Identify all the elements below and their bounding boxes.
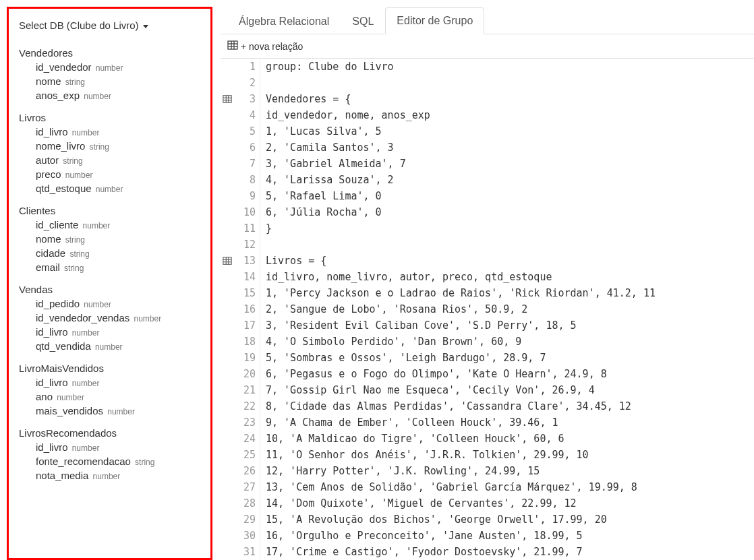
line-number: 27	[234, 479, 256, 495]
column-row[interactable]: cidade string	[9, 246, 210, 260]
code-line[interactable]: 11, 'O Senhor dos Anéis', 'J.R.R. Tolkie…	[266, 447, 754, 463]
line-number: 25	[234, 447, 256, 463]
column-name: preco	[36, 168, 64, 180]
db-selector[interactable]: Select DB (Clube do Livro)	[9, 14, 210, 38]
line-number: 9	[234, 188, 256, 204]
code-line[interactable]: 4, 'O Simbolo Perdido', 'Dan Brown', 60,…	[266, 334, 754, 350]
column-type: number	[57, 393, 84, 402]
code-line[interactable]: 9, 'A Chama de Ember', 'Colleen Houck', …	[266, 414, 754, 431]
column-name: nome	[36, 75, 64, 87]
code-line[interactable]: 3, 'Gabriel Almeida', 7	[266, 156, 754, 172]
table-name[interactable]: Vendedores	[9, 44, 210, 60]
code-line[interactable]: Livros = {	[266, 253, 754, 269]
column-row[interactable]: nome_livro string	[9, 139, 210, 153]
code-line[interactable]: }	[266, 220, 754, 237]
code-line[interactable]: Vendedores = {	[266, 91, 754, 107]
code-line[interactable]: 15, 'A Revolução dos Bichos', 'George Or…	[266, 511, 754, 528]
code-editor[interactable]: 1234567891011121314151617181920212223242…	[221, 59, 754, 560]
code-line[interactable]: 14, 'Dom Quixote', 'Miguel de Cervantes'…	[266, 495, 754, 511]
code-line[interactable]: 6, 'Pegasus e o Fogo do Olimpo', 'Kate O…	[266, 366, 754, 382]
column-row[interactable]: qtd_estoque number	[9, 181, 210, 195]
column-row[interactable]: id_vendedor number	[9, 60, 210, 74]
line-number: 19	[234, 350, 256, 366]
gutter-icon-slot	[221, 59, 234, 75]
code-line[interactable]: 3, 'Resident Evil Caliban Cove', 'S.D Pe…	[266, 317, 754, 334]
table-name[interactable]: LivroMaisVendidos	[9, 360, 210, 375]
table-icon[interactable]	[221, 253, 234, 269]
column-row[interactable]: nome string	[9, 74, 210, 88]
code-line[interactable]: 17, 'Crime e Castigo', 'Fyodor Dostoevsk…	[266, 544, 754, 560]
column-type: string	[64, 263, 84, 273]
line-number: 4	[234, 107, 256, 123]
gutter-icon-slot	[221, 220, 234, 237]
new-relation-button[interactable]: + nova relação	[225, 38, 306, 54]
column-row[interactable]: ano number	[9, 390, 210, 404]
column-row[interactable]: qtd_vendida number	[9, 339, 210, 353]
code-line[interactable]: id_vendedor, nome, anos_exp	[266, 107, 754, 123]
gutter-icon-slot	[221, 382, 234, 398]
code-line[interactable]: 7, 'Gossip Girl Nao me Esqueca', 'Cecily…	[266, 382, 754, 398]
code-line[interactable]	[266, 237, 754, 253]
table-name[interactable]: Livros	[9, 109, 210, 125]
column-row[interactable]: id_vendedor_vendas number	[9, 311, 210, 325]
column-type: number	[84, 92, 111, 101]
code-line[interactable]: 4, 'Larissa Souza', 2	[266, 172, 754, 188]
column-row[interactable]: preco number	[9, 167, 210, 181]
code-line[interactable]: 1, 'Percy Jackson e o Ladrao de Raios', …	[266, 285, 754, 301]
column-row[interactable]: id_livro number	[9, 325, 210, 339]
column-row[interactable]: nome string	[9, 232, 210, 246]
line-number: 23	[234, 414, 256, 431]
column-row[interactable]: nota_media number	[9, 468, 210, 483]
gutter-icons	[221, 59, 234, 560]
code-line[interactable]: 8, 'Cidade das Almas Perdidas', 'Cassand…	[266, 398, 754, 414]
code-line[interactable]: group: Clube do Livro	[266, 59, 754, 75]
column-row[interactable]: id_livro number	[9, 125, 210, 139]
gutter-icon-slot	[221, 398, 234, 414]
column-type: number	[83, 221, 111, 230]
code-content[interactable]: group: Clube do LivroVendedores = {id_ve…	[260, 59, 754, 560]
code-line[interactable]: 2, 'Sangue de Lobo', 'Rosana Rios', 50.9…	[266, 301, 754, 317]
column-name: autor	[36, 154, 61, 166]
table-name[interactable]: LivrosRecomendados	[9, 425, 210, 440]
column-type: number	[72, 379, 100, 388]
column-row[interactable]: id_cliente number	[9, 218, 210, 232]
table-icon[interactable]	[221, 91, 234, 107]
code-line[interactable]: 5, 'Rafael Lima', 0	[266, 188, 754, 204]
line-number: 2	[234, 75, 256, 91]
column-row[interactable]: fonte_recomendacao string	[9, 454, 210, 468]
column-name: nome_livro	[36, 140, 88, 152]
code-line[interactable]: 12, 'Harry Potter', 'J.K. Rowling', 24.9…	[266, 463, 754, 479]
column-row[interactable]: id_livro number	[9, 440, 210, 454]
table-name[interactable]: Vendas	[9, 281, 210, 297]
line-number: 13	[234, 253, 256, 269]
gutter-icon-slot	[221, 447, 234, 463]
column-row[interactable]: id_livro number	[9, 375, 210, 390]
code-line[interactable]: 1, 'Lucas Silva', 5	[266, 123, 754, 139]
code-line[interactable]: 2, 'Camila Santos', 3	[266, 139, 754, 156]
line-number: 26	[234, 463, 256, 479]
code-line[interactable]: id_livro, nome_livro, autor, preco, qtd_…	[266, 269, 754, 285]
gutter-icon-slot	[221, 350, 234, 366]
code-line[interactable]: 16, 'Orgulho e Preconceito', 'Jane Auste…	[266, 528, 754, 544]
column-type: string	[63, 156, 82, 166]
tab[interactable]: SQL	[341, 8, 385, 34]
code-line[interactable]	[266, 75, 754, 91]
column-row[interactable]: anos_exp number	[9, 88, 210, 102]
table-name[interactable]: Clientes	[9, 202, 210, 218]
code-line[interactable]: 6, 'Júlia Rocha', 0	[266, 204, 754, 220]
column-type: string	[69, 249, 89, 259]
tab[interactable]: Álgebra Relacional	[227, 8, 341, 34]
code-line[interactable]: 5, 'Sombras e Ossos', 'Leigh Bardugo', 2…	[266, 350, 754, 366]
db-selector-label: Select DB (Clube do Livro)	[19, 20, 139, 31]
code-line[interactable]: 13, 'Cem Anos de Solidão', 'Gabriel Garc…	[266, 479, 754, 495]
gutter-icon-slot	[221, 204, 234, 220]
code-line[interactable]: 10, 'A Maldicao do Tigre', 'Colleen Houc…	[266, 431, 754, 447]
column-row[interactable]: id_pedido number	[9, 297, 210, 311]
line-number: 11	[234, 220, 256, 237]
tab[interactable]: Editor de Grupo	[385, 7, 484, 34]
toolbar: + nova relação	[221, 34, 754, 59]
column-row[interactable]: mais_vendidos number	[9, 404, 210, 418]
column-row[interactable]: autor string	[9, 153, 210, 167]
column-name: cidade	[36, 247, 68, 259]
column-row[interactable]: email string	[9, 260, 210, 274]
